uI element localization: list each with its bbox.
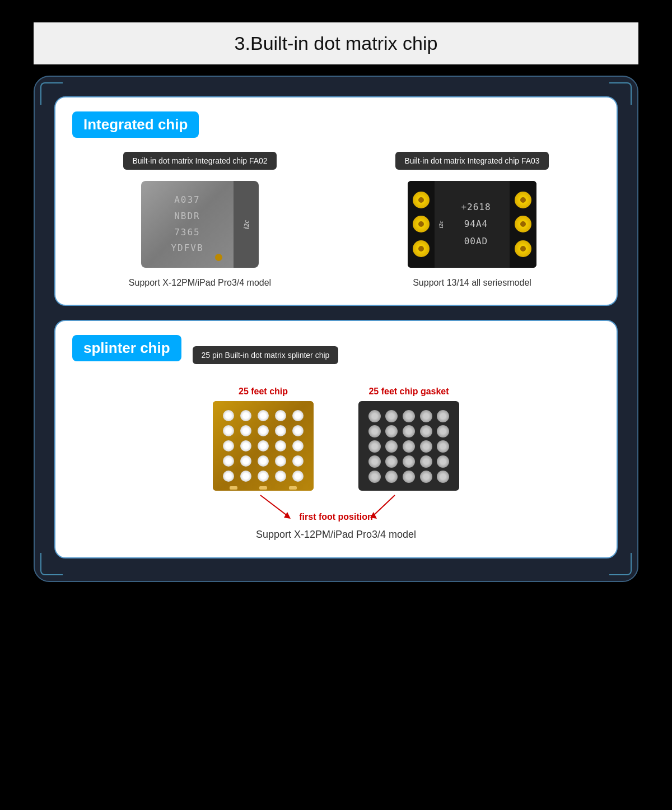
chip-fa03-image: i2c +2618 94A4 00AD [408,181,536,268]
right-col-label: 25 feet chip gasket [358,387,459,397]
main-container: Integrated chip Built-in dot matrix Inte… [34,76,638,582]
pad [275,440,286,451]
chip-fa02-text: A037 NBDR 7365 YDFVB [171,192,203,257]
splinter-content: 25 feet chip 25 feet chip gasket [72,387,600,541]
pad [223,440,234,451]
pad [292,425,304,436]
pcb-pads-grid [213,401,314,491]
pad [275,455,286,467]
pad [275,425,286,436]
first-foot-annotation: first foot position [210,494,462,522]
pad [223,410,234,421]
svg-marker-1 [284,512,291,519]
gpad [437,455,449,468]
gpad [385,455,398,468]
splinter-col-labels: 25 feet chip 25 feet chip gasket [213,387,459,397]
first-foot-label: first foot position [299,512,373,522]
splinter-section-label: splinter chip [72,335,181,361]
chip-row: Built-in dot matrix Integrated chip FA02… [72,152,600,288]
gpad [420,410,432,422]
pin-left-2 [413,216,430,232]
pin-left-3 [413,240,430,257]
pad [258,425,269,436]
chip-fa03-support: Support 13/14 all seriesmodel [413,278,531,288]
chip-fa02-body: A037 NBDR 7365 YDFVB [141,181,234,268]
splinter-support-text: Support X-12PM/iPad Pro3/4 model [256,529,416,541]
pad [292,410,304,421]
gpad [385,440,398,453]
fa03-right-pins [510,181,536,268]
integrated-label: Integrated chip [72,111,199,138]
fa02-line4: YDFVB [171,240,203,257]
fa03-chip-text: +2618 94A4 00AD [461,199,491,250]
gpad [385,410,398,422]
gpad [385,425,398,437]
fa03-body: i2c +2618 94A4 00AD [435,181,510,268]
corner-br [609,553,632,575]
gpad [368,425,381,437]
fa03-side-label: i2c [436,181,446,268]
integrated-section: Integrated chip Built-in dot matrix Inte… [54,96,618,306]
fa03-side-text: i2c [437,221,444,228]
corner-tr [609,82,632,105]
pin-right-1 [515,192,531,208]
left-col-label: 25 feet chip [213,387,314,397]
gpad [368,410,381,422]
splinter-label-row: splinter chip 25 pin Built-in dot matrix… [72,335,600,375]
splinter-badge: 25 pin Built-in dot matrix splinter chip [193,346,339,364]
pad [275,471,286,482]
gpad [420,455,432,468]
pad [223,471,234,482]
chip-fa02-badge: Built-in dot matrix Integrated chip FA02 [123,152,276,170]
gpad [437,440,449,453]
pad [292,471,304,482]
corner-tl [40,82,63,105]
pad [240,410,251,421]
gpad [368,471,381,483]
chip-fa02-item: Built-in dot matrix Integrated chip FA02… [72,152,328,288]
fa02-line3: 7365 [171,225,203,241]
chip-fa03-item: Built-in dot matrix Integrated chip FA03 [344,152,600,288]
fa02-line2: NBDR [171,208,203,225]
svg-line-2 [372,495,395,516]
gpad [420,471,432,483]
pin-right-2 [515,216,531,232]
gpad [368,455,381,468]
fa03-left-pins [408,181,435,268]
pad [223,455,234,467]
pcb-bottom-row [213,486,314,490]
gpad [403,471,415,483]
fa03-line3: 00AD [461,233,491,250]
gpad [420,425,432,437]
chip-fa02-image: A037 NBDR 7365 YDFVB i2c [141,181,259,268]
fa03-line2: 94A4 [461,216,491,232]
pcb-chip-wrapper [213,401,314,491]
pad [223,425,234,436]
pad [258,440,269,451]
gpad [385,471,398,483]
pad [258,471,269,482]
gpad [368,440,381,453]
fa03-line1: +2618 [461,199,491,216]
pad [240,425,251,436]
chip-fa02-side: i2c [234,181,259,268]
fa02-side-text: i2c [242,220,251,229]
chip-fa02-support: Support X-12PM/iPad Pro3/4 model [129,278,271,288]
pad [292,440,304,451]
gpad [437,425,449,437]
pin-right-3 [515,240,531,257]
gpad [420,440,432,453]
pad [292,455,304,467]
gpad [403,425,415,437]
splinter-chips-row [213,401,459,491]
gpad [403,410,415,422]
pin-left-1 [413,192,430,208]
pad [258,410,269,421]
pad [240,455,251,467]
page-title: 3.Built-in dot matrix chip [34,22,638,64]
svg-line-0 [260,495,288,516]
fa02-line1: A037 [171,192,203,208]
fa02-dot [215,254,222,261]
gpad [403,440,415,453]
pad [240,440,251,451]
